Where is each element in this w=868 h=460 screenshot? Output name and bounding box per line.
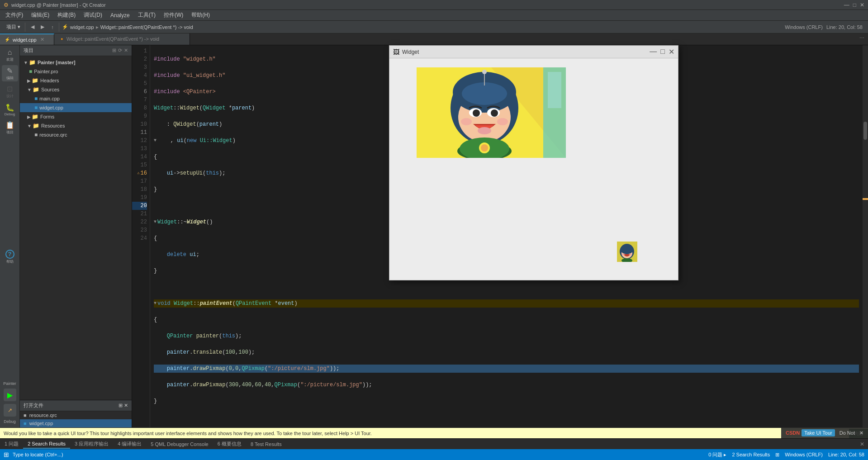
code-line-19: painter.translate(100,100); [154,348,859,356]
svg-point-26 [629,253,632,255]
tree-resources[interactable]: ▼ 📁 Resources [20,121,132,130]
tree-resource-qrc[interactable]: ■ resource.qrc [20,130,132,139]
tree-main-cpp[interactable]: ■ main.cpp [20,94,132,103]
tab-close-widget[interactable]: ✕ [39,37,45,43]
cartoon-small-image [617,242,637,262]
bottom-tab-app-output[interactable]: 3 应用程序输出 [70,439,113,449]
project-panel-header: 项目 ⊞ ⟳ ✕ [20,45,132,56]
tree-forms[interactable]: ▶ 📁 Forms [20,112,132,121]
maximize-button[interactable]: □ [853,2,856,8]
tree-widget-cpp[interactable]: ■ widget.cpp [20,103,132,112]
close-button[interactable]: ✕ [860,2,864,8]
csdn-close-btn[interactable]: ✕ [859,430,863,436]
status-problems: 0 问题 ▸ [708,451,726,458]
svg-point-14 [497,118,508,125]
tree-headers[interactable]: ▶ 📁 Headers [20,76,132,85]
left-sidebar: ⌂ 欢迎 ✎ 编辑 ⊡ 设计 🐛 Debug 📋 项目 ? 帮助 [0,45,20,427]
widget-titlebar: 🖼 Widget — □ ✕ [389,46,678,58]
widget-title: Widget [402,49,419,55]
tab-list-button[interactable]: ⋯ [857,33,866,43]
file-tree: ▼ 📁 Painter [master] ■ Painter.pro ▶ 📁 H… [20,56,132,400]
tab-widget-cpp[interactable]: ⚡ widget.cpp ✕ [0,33,54,45]
status-icon: ⊞ [4,451,9,458]
do-not-btn[interactable]: Do Not [837,429,858,436]
tree-resource-qrc-label: resource.qrc [39,132,67,138]
open-files-pin[interactable]: ⊞ [119,403,123,408]
os-label: Windows (CRLF) [785,24,823,30]
code-line-15 [154,283,859,291]
widget-content [389,58,678,280]
tab-paint-event[interactable]: 🔸 Widget::paintEvent(QPaintEvent *) -> v… [54,33,190,45]
svg-point-20 [481,144,488,152]
svg-point-7 [462,82,507,105]
bottom-tab-qml-console[interactable]: 5 QML Debugger Console [146,440,213,448]
svg-point-10 [473,109,480,117]
widget-maximize[interactable]: □ [660,47,665,56]
widget-close[interactable]: ✕ [669,47,674,56]
open-files-close[interactable]: ✕ [124,403,128,408]
breadcrumb-file[interactable]: widget.cpp [70,24,94,30]
project-dropdown[interactable]: 项目 ▾ [4,23,23,32]
tree-root[interactable]: ▼ 📁 Painter [master] [20,58,132,67]
bottom-tab-compile-output[interactable]: 4 编译输出 [113,439,146,449]
tree-painter-pro[interactable]: ■ Painter.pro [20,67,132,76]
code-line-18: QPainter painter(this); [154,332,859,340]
bottom-tab-search-results[interactable]: 2 Search Results [23,440,70,449]
menu-build[interactable]: 构建(B) [54,10,79,20]
step-button[interactable]: ↗ [4,404,16,417]
sidebar-welcome[interactable]: ⌂ 欢迎 [2,47,18,63]
minimize-button[interactable]: — [844,2,849,8]
tree-widget-cpp-label: widget.cpp [39,105,63,110]
open-file-resource-qrc[interactable]: ■ resource.qrc [20,411,132,419]
menu-bar: 文件(F) 编辑(E) 构建(B) 调试(D) Analyze 工具(T) 控件… [0,10,868,21]
tree-root-label: Painter [master] [38,60,76,65]
menu-edit[interactable]: 编辑(E) [28,10,53,20]
tab-bar: ⚡ widget.cpp ✕ 🔸 Widget::paintEvent(QPai… [0,33,868,45]
bottom-tab-problems[interactable]: 1 问题 [0,439,23,449]
code-scrollbar[interactable] [863,45,868,427]
sidebar-project[interactable]: 📋 项目 [2,119,18,136]
bottom-panel-close[interactable]: ✕ [856,441,868,447]
menu-controls[interactable]: 控件(W) [160,10,187,20]
debug-label: Debug [4,419,16,424]
nav-back-button[interactable]: ◀ [28,23,37,32]
menu-analyze[interactable]: Analyze [107,11,133,19]
tree-sources[interactable]: ▼ 📁 Sources [20,85,132,94]
sidebar-design[interactable]: ⊡ 设计 [2,83,18,100]
code-line-21: painter.drawPixmap(300,400,60,40,QPixmap… [154,381,859,389]
painter-label: Painter [3,381,16,386]
status-position: Line: 20, Col: 58 [828,452,864,457]
svg-point-25 [622,253,625,255]
open-files-panel: 打开文件 ⊞ ✕ ■ resource.qrc ■ widget.cpp [20,400,132,427]
status-search: 2 Search Results [732,452,770,457]
open-file-widget-cpp[interactable]: ■ widget.cpp [20,419,132,427]
tree-headers-label: Headers [40,78,59,83]
sidebar-debug[interactable]: 🐛 Debug [2,101,18,118]
bottom-tab-summary[interactable]: 6 概要信息 [213,439,246,449]
line-numbers: 1 2 3 4 5 6 7 8 9 10 11 12 13 14 15 ⚠16 [132,45,150,427]
nav-forward-button[interactable]: ▶ [38,23,47,32]
code-line-23 [154,413,859,422]
sidebar-edit[interactable]: ✎ 编辑 [2,65,18,81]
status-locate-label: Type to locate (Ctrl+...) [13,452,63,457]
code-line-16: ▼void Widget::paintEvent(QPaintEvent *ev… [154,299,859,308]
menu-debug[interactable]: 调试(D) [80,10,106,20]
panel-close-icon[interactable]: ✕ [124,47,128,53]
widget-minimize[interactable]: — [650,47,657,56]
breadcrumb-func[interactable]: Widget::paintEvent(QPaintEvent *) -> voi… [100,24,193,30]
panel-sync-icon[interactable]: ⟳ [118,47,122,53]
tour-btn[interactable]: Take UI Tour [802,429,835,436]
panel-filter-icon[interactable]: ⊞ [112,47,116,53]
tree-forms-label: Forms [40,114,54,119]
nav-up-button[interactable]: ↑ [48,23,57,32]
widget-icon: 🖼 [393,48,399,56]
run-button[interactable]: ▶ [4,389,16,401]
tree-resources-label: Resources [41,123,65,128]
menu-help[interactable]: 帮助(H) [188,10,213,20]
bottom-tab-test-results[interactable]: 8 Test Results [246,440,286,448]
svg-point-24 [621,245,633,254]
menu-tools[interactable]: 工具(T) [134,10,159,20]
sidebar-help[interactable]: ? 帮助 [2,249,18,265]
menu-file[interactable]: 文件(F) [2,10,27,20]
tooltip-bar: Would you like to take a quick UI tour? … [0,427,868,438]
